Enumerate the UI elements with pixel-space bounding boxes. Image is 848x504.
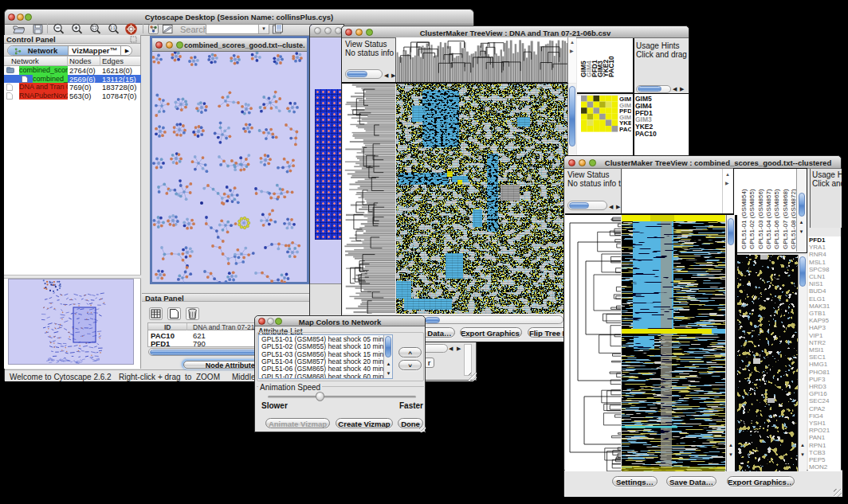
svg-text:1:1: 1:1 [110, 26, 116, 30]
